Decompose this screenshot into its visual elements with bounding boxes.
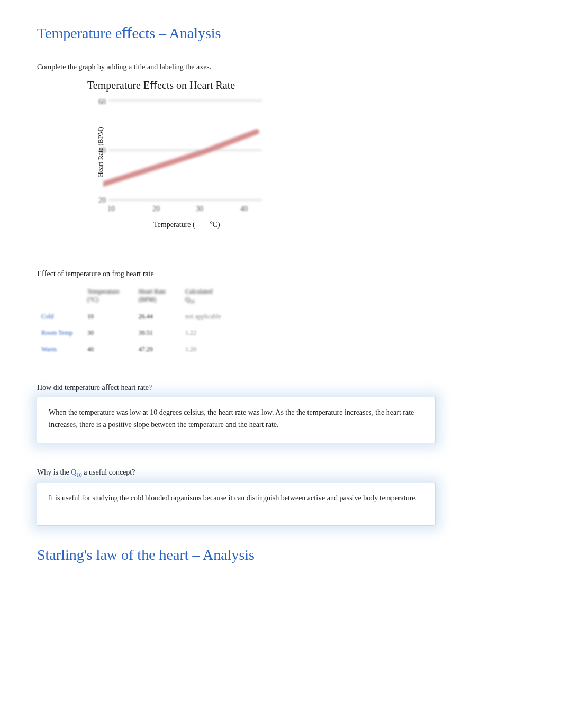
cell-temp-2: 40 [83, 341, 134, 358]
x-axis-label: Temperature ( oC) [153, 219, 220, 229]
q2-before: Why is the [37, 468, 71, 476]
th-q10-label: Calculated [185, 288, 212, 295]
row-label-room: Room Temp [37, 325, 83, 341]
data-table: Temperature (°C) Heart Rate (BPM) Calcul… [37, 284, 231, 358]
table-row: Cold 10 26.44 not applicable [37, 308, 231, 325]
q10-symbol: Q10 [185, 296, 195, 303]
x-tick-10: 10 [107, 205, 115, 213]
x-tick-30: 30 [196, 205, 203, 213]
plot-area [108, 99, 262, 202]
answer-box-1[interactable]: When the temperature was low at 10 degre… [37, 397, 435, 443]
x-axis-label-text: Temperature ( [153, 221, 195, 229]
x-tick-20: 20 [152, 205, 160, 213]
table-header-row: Temperature (°C) Heart Rate (BPM) Calcul… [37, 284, 231, 308]
table-row: Warm 40 47.29 1.20 [37, 341, 231, 358]
question-2: Why is the Q10 a useful concept? [37, 468, 525, 478]
section-title-1: Temperature eﬀects – Analysis [37, 24, 525, 42]
cell-hr-0: 26.44 [134, 308, 181, 325]
cell-q10-2: 1.20 [181, 341, 231, 358]
cell-q10-1: 1.22 [181, 325, 231, 341]
y-axis-label: Heart Rate (BPM) [96, 126, 105, 177]
x-tick-40: 40 [240, 205, 248, 213]
chart-title: Temperature Eﬀects on Heart Rate [87, 79, 235, 92]
th-temp: Temperature (°C) [83, 284, 134, 308]
row-label-warm: Warm [37, 341, 83, 358]
cell-temp-0: 10 [83, 308, 134, 325]
th-hr: Heart Rate (BPM) [134, 284, 181, 308]
section-title-2: Starling's law of the heart – Analysis [37, 547, 525, 563]
data-line [103, 99, 267, 202]
q10-inline: Q10 [71, 468, 82, 476]
question-1: How did temperature aﬀect heart rate? [37, 383, 525, 392]
chart-container: Temperature Eﬀects on Heart Rate 60 40 2… [37, 79, 265, 243]
instruction-1: Complete the graph by adding a title and… [37, 63, 525, 71]
cell-q10-0: not applicable [181, 308, 231, 325]
cell-hr-1: 39.51 [134, 325, 181, 341]
row-label-cold: Cold [37, 308, 83, 325]
answer-box-2[interactable]: It is useful for studying the cold blood… [37, 483, 435, 525]
th-q10: Calculated Q10 [181, 284, 231, 308]
th-blank [37, 284, 83, 308]
table-row: Room Temp 30 39.51 1.22 [37, 325, 231, 341]
cell-hr-2: 47.29 [134, 341, 181, 358]
table-caption: Eﬀect of temperature on frog heart rate [37, 269, 525, 278]
cell-temp-1: 30 [83, 325, 134, 341]
q2-after: a useful concept? [84, 468, 135, 476]
